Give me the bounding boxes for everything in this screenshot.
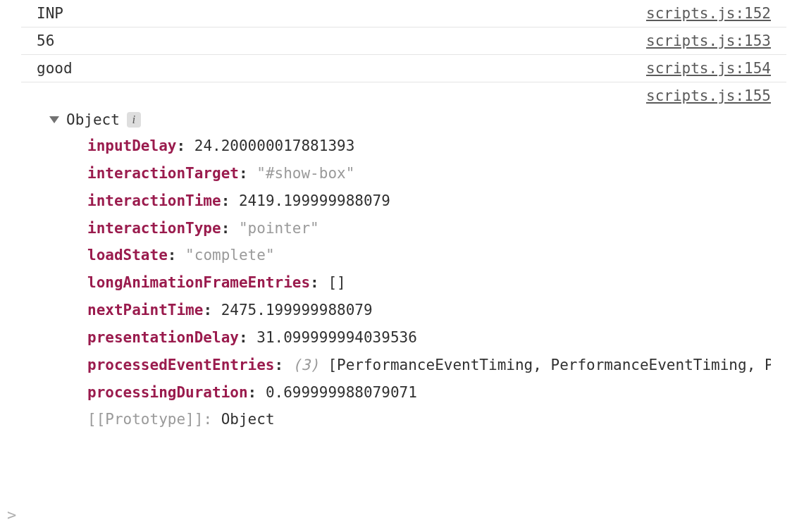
prop-loadState: loadState: "complete" — [87, 242, 771, 269]
prop-nextPaintTime: nextPaintTime: 2475.199999988079 — [87, 297, 771, 324]
prop-interactionTime: interactionTime: 2419.199999988079 — [87, 187, 771, 215]
chevron-right-icon: > — [7, 506, 16, 524]
log-message: 56 — [37, 32, 54, 49]
console-panel: INP scripts.js:152 56 scripts.js:153 goo… — [0, 0, 804, 438]
log-message: INP — [37, 5, 63, 22]
prop-interactionType: interactionType: "pointer" — [87, 215, 771, 242]
source-link[interactable]: scripts.js:153 — [646, 32, 771, 49]
source-link[interactable]: scripts.js:155 — [646, 87, 771, 104]
log-row: 56 scripts.js:153 — [21, 27, 786, 54]
log-row-object: scripts.js:155 Object i inputDelay: 24.2… — [21, 82, 786, 438]
prop-value: "#show-box" — [256, 165, 354, 182]
prop-inputDelay: inputDelay: 24.200000017881393 — [87, 132, 771, 160]
object-properties: inputDelay: 24.200000017881393 interacti… — [87, 132, 771, 433]
log-row: good scripts.js:154 — [21, 54, 786, 82]
prop-key: longAnimationFrameEntries — [87, 274, 310, 291]
prop-key: processingDuration — [87, 384, 248, 401]
prop-value: "complete" — [185, 247, 274, 264]
object-label: Object — [66, 111, 120, 128]
prop-key: [[Prototype]] — [87, 411, 203, 428]
prop-longAnimationFrameEntries[interactable]: longAnimationFrameEntries: [] — [87, 269, 771, 297]
prop-presentationDelay: presentationDelay: 31.099999994039536 — [87, 324, 771, 352]
info-icon[interactable]: i — [127, 112, 141, 128]
prop-prototype[interactable]: [[Prototype]]: Object — [87, 406, 771, 433]
prop-value: [PerformanceEventTiming, PerformanceEven… — [319, 357, 771, 373]
object-header[interactable]: Object i — [49, 111, 771, 128]
source-link[interactable]: scripts.js:154 — [646, 60, 771, 77]
prop-key: interactionTime — [87, 192, 221, 209]
prop-key: nextPaintTime — [87, 302, 203, 318]
prop-value: 2419.199999988079 — [239, 192, 390, 209]
prop-value: 0.699999988079071 — [266, 384, 417, 401]
prop-value: Object — [221, 411, 275, 428]
triangle-down-icon — [49, 116, 59, 123]
prop-value: 24.200000017881393 — [194, 137, 355, 154]
log-message: good — [37, 60, 73, 77]
prop-processingDuration: processingDuration: 0.699999988079071 — [87, 379, 771, 407]
prop-key: processedEventEntries — [87, 357, 275, 373]
prop-processedEventEntries[interactable]: processedEventEntries: (3) [PerformanceE… — [87, 352, 771, 379]
console-prompt[interactable]: > — [7, 506, 16, 524]
prop-key: interactionTarget — [87, 165, 239, 182]
prop-value: [] — [328, 274, 345, 291]
prop-value: "pointer" — [239, 220, 319, 237]
prop-key: loadState — [87, 247, 168, 264]
prop-interactionTarget: interactionTarget: "#show-box" — [87, 160, 771, 187]
log-row: INP scripts.js:152 — [21, 0, 786, 27]
prop-key: interactionType — [87, 220, 221, 237]
prop-count: (3) — [292, 357, 319, 373]
prop-key: inputDelay — [87, 137, 176, 154]
prop-value: 31.099999994039536 — [256, 329, 417, 346]
source-link[interactable]: scripts.js:152 — [646, 5, 771, 22]
prop-key: presentationDelay — [87, 329, 239, 346]
prop-value: 2475.199999988079 — [221, 302, 373, 318]
